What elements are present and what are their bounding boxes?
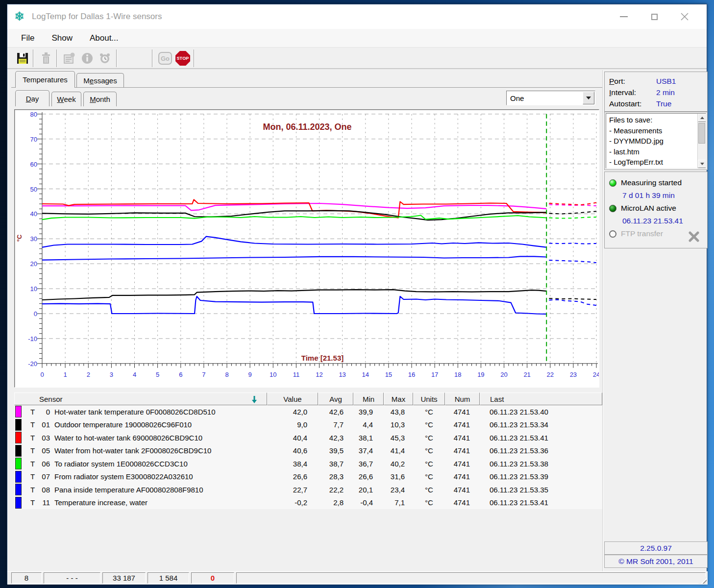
stop-button[interactable]: STOP: [174, 50, 191, 67]
sensor-name: From radiator system E30008022A032610: [54, 472, 193, 481]
svg-text:24: 24: [593, 371, 599, 378]
tab-messages[interactable]: Messages: [76, 73, 124, 88]
cell-avg: 39,5: [318, 446, 353, 455]
cell-avg: 28,3: [318, 472, 353, 481]
column-avg[interactable]: Avg: [318, 392, 353, 405]
sensor-type: T: [30, 460, 39, 468]
go-button[interactable]: Go: [157, 50, 173, 67]
window-title: LogTemp for Dallas 1-Wire sensors: [32, 12, 162, 22]
table-row[interactable]: T08Pana inside temperature AF000802808F9…: [14, 483, 602, 496]
cell-avg: 22,2: [318, 486, 353, 494]
svg-text:10: 10: [270, 371, 276, 378]
trash-icon: [40, 52, 52, 65]
svg-text:17: 17: [431, 371, 438, 378]
files-panel: Files to save:- Measurements- DYYMMDD.jp…: [604, 112, 708, 170]
svg-text:-20: -20: [28, 360, 37, 368]
cell-last: 06.11.23 21.53.39: [480, 472, 602, 481]
column-sensor[interactable]: Sensor: [14, 392, 267, 405]
menu-item-about[interactable]: About...: [90, 33, 119, 43]
table-row[interactable]: T07From radiator system E30008022A032610…: [14, 470, 602, 484]
svg-text:1: 1: [64, 371, 67, 378]
cell-num: 4741: [445, 408, 480, 416]
files-listbox[interactable]: Files to save:- Measurements- DYYMMDD.jp…: [606, 113, 706, 169]
scroll-up-button[interactable]: [698, 114, 706, 122]
cell-last: 06.11.23 21.53.41: [480, 498, 602, 507]
cell-max: 10,3: [384, 420, 413, 429]
cell-min: 36,7: [353, 460, 384, 468]
cell-min: 26,6: [353, 472, 384, 481]
menu-bar: File Show About...: [7, 29, 707, 48]
dropdown-arrow-button[interactable]: [583, 92, 594, 104]
chevron-down-icon: [700, 163, 704, 165]
measuring-led-icon: [609, 179, 616, 187]
files-scrollbar[interactable]: [697, 114, 706, 168]
sensor-color-swatch: [15, 406, 22, 417]
app-window: ❄ LogTemp for Dallas 1-Wire sensors File…: [7, 4, 707, 584]
microlan-label: MicroLAN active: [621, 204, 676, 213]
svg-text:4: 4: [133, 371, 136, 378]
svg-text:0: 0: [40, 371, 44, 378]
delete-measurements-button[interactable]: [38, 50, 54, 67]
copyright-label: © MR Soft 2001, 2011: [604, 555, 708, 568]
cell-last: 06.11.23 21.53.36: [480, 446, 602, 455]
menu-item-file[interactable]: File: [21, 33, 34, 43]
column-units[interactable]: Units: [413, 392, 445, 405]
info-button[interactable]: [79, 50, 96, 67]
sensor-table: T0Hot-water tank temperature 0F0008026CD…: [14, 405, 602, 509]
tab-month[interactable]: Month: [83, 92, 117, 106]
tab-week[interactable]: Week: [51, 92, 81, 106]
statusbar-sensor-count: 8: [11, 572, 42, 584]
table-row[interactable]: T11Temperature increase, water-0,22,8-0,…: [14, 496, 602, 510]
cell-value: -0,2: [267, 498, 318, 507]
scroll-down-button[interactable]: [698, 160, 706, 168]
table-row[interactable]: T0Hot-water tank temperature 0F0008026CD…: [14, 405, 602, 418]
minimize-button[interactable]: [609, 4, 639, 29]
svg-text:15: 15: [385, 371, 392, 378]
sensor-name: Water to hot-water tank 690008026CBD9C10: [54, 434, 202, 442]
cell-min: 39,9: [353, 408, 384, 416]
maximize-button[interactable]: [639, 4, 669, 29]
table-row[interactable]: T06To radiator system 1E0008026CCD3C1038…: [14, 457, 602, 470]
table-row[interactable]: T03Water to hot-water tank 690008026CBD9…: [14, 431, 602, 444]
go-icon: Go: [158, 52, 172, 65]
settings-button[interactable]: [61, 50, 78, 67]
chevron-down-icon: [586, 97, 591, 99]
svg-text:50: 50: [30, 186, 37, 193]
measuring-label: Measuring started: [621, 178, 682, 187]
cell-min: 20,1: [353, 486, 384, 494]
tab-temperatures[interactable]: Temperatures: [15, 71, 75, 88]
statusbar-total-count: 33 187: [102, 572, 146, 584]
interval-value: 2 min: [656, 87, 675, 98]
svg-text:11: 11: [293, 371, 300, 378]
cell-last: 06.11.23 21.53.34: [480, 420, 602, 429]
statusbar-message: [236, 572, 706, 584]
cell-num: 4741: [445, 420, 480, 429]
close-button[interactable]: [669, 4, 700, 29]
sensor-view-select[interactable]: One: [506, 91, 595, 105]
menu-item-show[interactable]: Show: [51, 33, 73, 43]
sensor-type: T: [30, 434, 39, 442]
save-button[interactable]: [14, 50, 31, 67]
column-last[interactable]: Last: [480, 392, 602, 405]
sensor-color-swatch: [15, 432, 22, 443]
column-min[interactable]: Min: [353, 392, 384, 405]
alarm-button[interactable]: [97, 50, 113, 67]
sensor-type: T: [30, 420, 39, 429]
cell-units: °C: [413, 420, 445, 429]
microlan-led-icon: [609, 205, 616, 212]
tab-day[interactable]: Day: [15, 90, 49, 106]
sensor-id: 07: [39, 472, 50, 481]
close-icon: [681, 13, 689, 21]
table-row[interactable]: T01Outdoor temperature 190008026C96F0109…: [14, 418, 602, 432]
sensor-name: Hot-water tank temperature 0F0008026CD8D…: [54, 408, 216, 416]
files-list-item: Files to save:: [609, 115, 696, 125]
properties-icon: [63, 52, 76, 65]
scrollbar-thumb[interactable]: [698, 123, 705, 144]
column-value[interactable]: Value: [267, 392, 318, 405]
table-row[interactable]: T05Water from hot-water tank 2F0008026CB…: [14, 444, 602, 458]
cell-last: 06.11.23 21.53.41: [480, 434, 602, 442]
column-max[interactable]: Max: [384, 392, 413, 405]
cell-sensor: T03Water to hot-water tank 690008026CBD9…: [14, 431, 267, 444]
cell-units: °C: [413, 472, 445, 481]
column-num[interactable]: Num: [445, 392, 480, 405]
